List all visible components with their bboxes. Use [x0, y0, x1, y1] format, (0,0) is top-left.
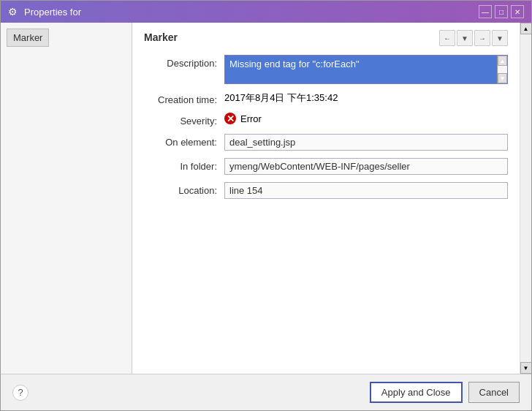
in-folder-value-container — [224, 158, 508, 175]
minimize-button[interactable]: — — [479, 5, 492, 18]
scroll-track — [498, 66, 507, 73]
severity-label: Severity: — [144, 113, 224, 127]
description-label: Description: — [144, 55, 224, 69]
title-bar-controls: — □ ✕ — [479, 5, 524, 18]
location-value-container — [224, 182, 508, 199]
description-box: Missing end tag for "c:forEach" ▲ ▼ — [224, 55, 508, 84]
scroll-bottom-button[interactable]: ▼ — [520, 362, 532, 374]
back-button[interactable]: ← — [439, 30, 455, 46]
back-dropdown-button[interactable]: ▼ — [457, 30, 473, 46]
on-element-field[interactable] — [224, 134, 508, 151]
location-row: Location: — [144, 182, 508, 199]
creation-time-value: 2017年8月4日 下午1:35:42 — [224, 91, 508, 105]
right-scrollbar: ▲ ▼ — [520, 23, 531, 374]
in-folder-field[interactable] — [224, 158, 508, 175]
description-scrollbar: ▲ ▼ — [497, 56, 507, 83]
scroll-down-arrow[interactable]: ▼ — [498, 73, 507, 83]
location-label: Location: — [144, 182, 224, 196]
severity-row-inner: ✕ Error — [224, 113, 508, 124]
creation-time-row: Creation time: 2017年8月4日 下午1:35:42 — [144, 91, 508, 105]
apply-close-button[interactable]: Apply and Close — [370, 382, 463, 403]
sidebar-item-marker[interactable]: Marker — [7, 29, 49, 47]
location-field[interactable] — [224, 182, 508, 199]
toolbar: ← ▼ → ▼ — [439, 30, 508, 46]
on-element-label: On element: — [144, 134, 224, 148]
footer-left: ? — [12, 385, 28, 401]
window-icon: ⚙ — [8, 6, 20, 18]
scroll-top-button[interactable]: ▲ — [520, 23, 532, 34]
forward-dropdown-button[interactable]: ▼ — [492, 30, 508, 46]
scroll-thumb-area — [520, 34, 531, 362]
on-element-row: On element: — [144, 134, 508, 151]
forward-button[interactable]: → — [474, 30, 490, 46]
error-icon: ✕ — [224, 113, 236, 124]
creation-time-label: Creation time: — [144, 91, 224, 105]
in-folder-label: In folder: — [144, 158, 224, 172]
description-value-container: Missing end tag for "c:forEach" ▲ ▼ — [224, 55, 508, 84]
dialog-body: Marker Marker ← ▼ → ▼ Description: Missi… — [1, 23, 531, 374]
severity-row: Severity: ✕ Error — [144, 113, 508, 127]
window-title: Properties for — [24, 7, 81, 18]
title-bar: ⚙ Properties for — □ ✕ — [1, 1, 531, 23]
maximize-button[interactable]: □ — [495, 5, 508, 18]
sidebar: Marker — [1, 23, 132, 374]
cancel-button[interactable]: Cancel — [468, 382, 520, 403]
close-button[interactable]: ✕ — [511, 5, 524, 18]
in-folder-row: In folder: — [144, 158, 508, 175]
severity-value-container: ✕ Error — [224, 113, 508, 124]
main-content: Marker ← ▼ → ▼ Description: Missing end … — [132, 23, 520, 374]
footer-right: Apply and Close Cancel — [370, 382, 520, 403]
on-element-value-container — [224, 134, 508, 151]
description-text: Missing end tag for "c:forEach" — [229, 59, 503, 69]
dialog-window: ⚙ Properties for — □ ✕ Marker Marker ← ▼… — [0, 0, 532, 411]
help-button[interactable]: ? — [12, 385, 28, 401]
scroll-up-arrow[interactable]: ▲ — [498, 56, 507, 66]
severity-text: Error — [240, 113, 262, 124]
dialog-footer: ? Apply and Close Cancel — [1, 374, 531, 410]
title-bar-left: ⚙ Properties for — [8, 6, 81, 18]
description-row: Description: Missing end tag for "c:forE… — [144, 55, 508, 84]
